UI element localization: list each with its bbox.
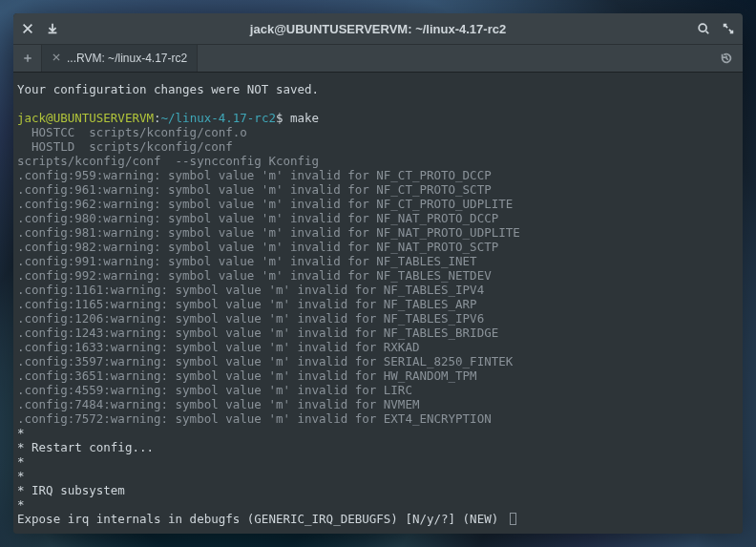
- window-title: jack@UBUNTUSERVERVM: ~/linux-4.17-rc2: [59, 22, 697, 36]
- terminal-line: * IRQ subsystem: [17, 483, 739, 497]
- prompt-dollar: $: [276, 111, 290, 125]
- terminal-line: .config:4559:warning: symbol value 'm' i…: [17, 383, 739, 397]
- terminal-line: .config:3651:warning: symbol value 'm' i…: [17, 368, 739, 383]
- close-icon: [21, 22, 34, 35]
- terminal-line: .config:3597:warning: symbol value 'm' i…: [17, 354, 739, 368]
- search-button[interactable]: [697, 22, 710, 35]
- terminal-line: .config:1243:warning: symbol value 'm' i…: [17, 326, 739, 340]
- plus-icon: [22, 53, 33, 64]
- tab-bar: ...RVM: ~/linux-4.17-rc2: [13, 44, 743, 73]
- terminal-line: HOSTCC scripts/kconfig/conf.o: [17, 125, 739, 139]
- kconfig-prompt-row: Expose irq internals in debugfs (GENERIC…: [17, 512, 739, 526]
- expand-icon: [722, 22, 735, 35]
- history-icon: [720, 52, 733, 65]
- prompt-user-host: jack@UBUNTUSERVERVM: [17, 111, 154, 125]
- terminal-line: *: [17, 469, 739, 483]
- tab-close-button[interactable]: [52, 52, 61, 65]
- terminal-line: .config:962:warning: symbol value 'm' in…: [17, 197, 739, 211]
- terminal-line: .config:980:warning: symbol value 'm' in…: [17, 211, 739, 225]
- terminal-line: .config:982:warning: symbol value 'm' in…: [17, 240, 739, 254]
- terminal-line: .config:991:warning: symbol value 'm' in…: [17, 254, 739, 268]
- terminal-line: *: [17, 454, 739, 469]
- download-button[interactable]: [46, 22, 59, 35]
- search-icon: [697, 22, 710, 35]
- terminal-line: .config:1161:warning: symbol value 'm' i…: [17, 283, 739, 297]
- terminal-window: jack@UBUNTUSERVERVM: ~/linux-4.17-rc2 ..…: [13, 13, 743, 534]
- terminal-line: .config:1206:warning: symbol value 'm' i…: [17, 311, 739, 326]
- terminal-line: .config:7484:warning: symbol value 'm' i…: [17, 397, 739, 411]
- terminal-prompt-row: jack@UBUNTUSERVERVM:~/linux-4.17-rc2$ ma…: [17, 111, 739, 125]
- prompt-separator: :: [154, 111, 161, 125]
- terminal-line: Your configuration changes were NOT save…: [17, 82, 739, 96]
- terminal-line: [17, 96, 739, 111]
- close-window-button[interactable]: [21, 22, 34, 35]
- warning-lines: .config:959:warning: symbol value 'm' in…: [17, 168, 739, 426]
- download-icon: [46, 22, 59, 35]
- terminal-line: .config:7572:warning: symbol value 'm' i…: [17, 411, 739, 426]
- terminal-viewport[interactable]: Your configuration changes were NOT save…: [13, 73, 743, 534]
- terminal-line: .config:961:warning: symbol value 'm' in…: [17, 182, 739, 197]
- tab-active[interactable]: ...RVM: ~/linux-4.17-rc2: [42, 45, 198, 72]
- new-tab-button[interactable]: [13, 45, 42, 72]
- terminal-line: HOSTLD scripts/kconfig/conf: [17, 139, 739, 154]
- fullscreen-button[interactable]: [722, 22, 735, 35]
- terminal-line: * Restart config...: [17, 440, 739, 454]
- terminal-line: .config:1165:warning: symbol value 'm' i…: [17, 297, 739, 311]
- terminal-line: .config:981:warning: symbol value 'm' in…: [17, 225, 739, 240]
- prompt-cwd: ~/linux-4.17-rc2: [161, 111, 276, 125]
- tab-label: ...RVM: ~/linux-4.17-rc2: [67, 52, 187, 65]
- terminal-line: .config:959:warning: symbol value 'm' in…: [17, 168, 739, 182]
- svg-point-0: [699, 24, 706, 32]
- typed-command: make: [290, 111, 319, 125]
- terminal-line: scripts/kconfig/conf --syncconfig Kconfi…: [17, 154, 739, 168]
- tab-bar-spacer: [198, 45, 710, 72]
- terminal-line: .config:1633:warning: symbol value 'm' i…: [17, 340, 739, 354]
- kconfig-prompt-text: Expose irq internals in debugfs (GENERIC…: [17, 512, 506, 526]
- close-icon: [52, 53, 61, 62]
- restart-lines: ** Restart config...*** IRQ subsystem*: [17, 426, 739, 512]
- history-button[interactable]: [710, 45, 743, 72]
- cursor-icon: [510, 513, 516, 525]
- terminal-line: *: [17, 497, 739, 512]
- terminal-line: *: [17, 426, 739, 440]
- titlebar: jack@UBUNTUSERVERVM: ~/linux-4.17-rc2: [13, 13, 743, 44]
- terminal-line: .config:992:warning: symbol value 'm' in…: [17, 268, 739, 283]
